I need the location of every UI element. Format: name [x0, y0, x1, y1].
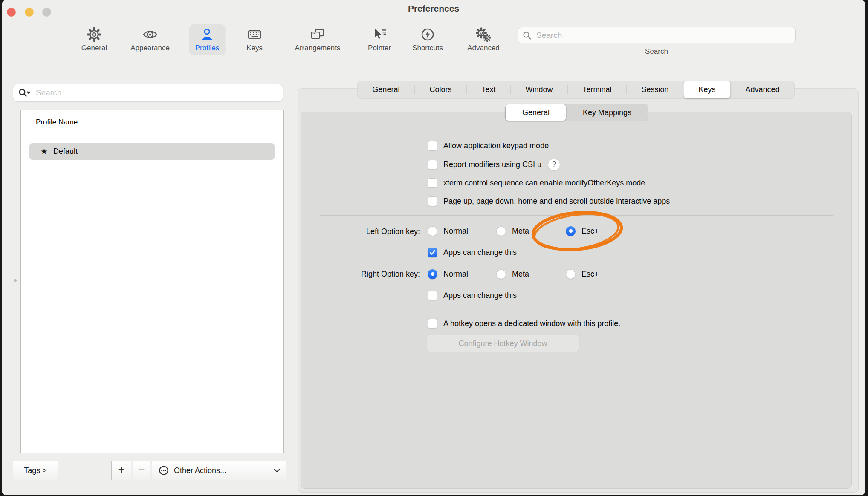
- checkbox-label: xterm control sequence can enable modify…: [443, 179, 645, 187]
- other-actions-dropdown[interactable]: Other Actions...: [152, 461, 286, 480]
- dot-artifact: [14, 279, 17, 282]
- checkbox-row: xterm control sequence can enable modify…: [428, 176, 645, 189]
- tab-text[interactable]: Text: [466, 81, 510, 98]
- add-profile-button[interactable]: +: [111, 461, 131, 480]
- other-actions-label: Other Actions...: [174, 466, 226, 475]
- checkbox-label: Apps can change this: [443, 291, 517, 300]
- subtab-general[interactable]: General: [506, 104, 566, 121]
- help-button[interactable]: ?: [548, 159, 560, 170]
- tab-terminal[interactable]: Terminal: [567, 81, 626, 98]
- left-option-meta-radio[interactable]: [496, 226, 506, 236]
- checkbox-label: Apps can change this: [443, 248, 517, 257]
- profile-tab-bar: General Colors Text Window Terminal Sess…: [357, 81, 794, 98]
- radio-label: Meta: [512, 227, 529, 236]
- checkbox-row: Page up, page down, home and end scroll …: [428, 195, 670, 208]
- left-option-radio-group: Normal Meta Esc+: [428, 225, 599, 237]
- radio-label: Normal: [443, 227, 468, 236]
- person-icon: [200, 27, 215, 42]
- toolbar-label: General: [81, 44, 107, 52]
- profile-search-field[interactable]: [13, 84, 283, 102]
- section-divider: [320, 215, 833, 216]
- profile-search-input[interactable]: [35, 88, 278, 98]
- toolbar-item-advanced[interactable]: Advanced: [461, 24, 506, 55]
- right-option-radio-group: Normal Meta Esc+: [428, 268, 599, 280]
- left-option-normal-radio[interactable]: [428, 226, 437, 236]
- bolt-icon: [420, 27, 435, 42]
- page-scroll-checkbox[interactable]: [428, 196, 437, 206]
- right-option-normal-radio[interactable]: [428, 269, 437, 279]
- checkbox-label: Report modifiers using CSI u: [443, 160, 541, 169]
- toolbar-label: Pointer: [368, 44, 391, 52]
- toolbar-item-arrangements[interactable]: Arrangements: [289, 24, 347, 55]
- profile-list: Profile Name ★ Default: [20, 110, 284, 453]
- star-icon: ★: [41, 147, 48, 156]
- tab-general[interactable]: General: [357, 81, 414, 98]
- gear-icon: [87, 27, 102, 42]
- toolbar-item-general[interactable]: General: [75, 24, 113, 55]
- right-option-key-label: Right Option key:: [320, 268, 420, 280]
- section-divider: [320, 308, 833, 308]
- search-icon: [522, 31, 532, 40]
- keyboard-icon: [247, 27, 262, 42]
- profile-name: Default: [53, 147, 78, 156]
- cursor-icon: [372, 27, 387, 42]
- keypad-mode-checkbox[interactable]: [428, 141, 437, 151]
- toolbar-divider: [2, 66, 865, 66]
- windows-icon: [310, 27, 325, 42]
- radio-label: Meta: [512, 270, 529, 279]
- tab-colors[interactable]: Colors: [414, 81, 466, 98]
- toolbar-label: Arrangements: [295, 44, 341, 52]
- right-apps-can-change-checkbox[interactable]: [428, 291, 437, 300]
- toolbar-label: Shortcuts: [412, 44, 443, 52]
- checkbox-row: Report modifiers using CSI u ?: [428, 158, 560, 171]
- tab-session[interactable]: Session: [627, 81, 684, 98]
- tab-advanced[interactable]: Advanced: [731, 81, 795, 98]
- tab-window[interactable]: Window: [510, 81, 567, 98]
- eye-icon: [142, 27, 158, 42]
- toolbar-item-keys[interactable]: Keys: [240, 24, 269, 55]
- preferences-window: Preferences General: [2, 0, 865, 495]
- toolbar-item-appearance[interactable]: Appearance: [124, 24, 176, 55]
- tags-button[interactable]: Tags >: [13, 461, 58, 480]
- modify-other-keys-checkbox[interactable]: [428, 178, 437, 188]
- screenshot-stage: Preferences General: [0, 0, 868, 496]
- hotkey-window-checkbox[interactable]: [428, 319, 437, 329]
- radio-label: Normal: [443, 270, 468, 279]
- checkbox-label: Allow application keypad mode: [443, 141, 549, 150]
- left-option-esc-radio[interactable]: [566, 226, 576, 236]
- checkbox-row: A hotkey opens a dedicated window with t…: [428, 317, 620, 330]
- toolbar-search-caption: Search: [518, 47, 796, 56]
- search-scope-icon: [18, 88, 31, 98]
- chevron-down-icon: [274, 469, 280, 473]
- toolbar-item-pointer[interactable]: Pointer: [362, 24, 397, 55]
- right-option-meta-radio[interactable]: [496, 269, 506, 279]
- checkbox-row: Apps can change this: [428, 246, 517, 259]
- checkbox-label: Page up, page down, home and end scroll …: [443, 197, 670, 206]
- left-apps-can-change-checkbox[interactable]: [428, 248, 437, 257]
- profile-list-header: Profile Name: [21, 110, 283, 134]
- radio-label: Esc+: [582, 270, 599, 279]
- toolbar-search-field[interactable]: [518, 27, 796, 43]
- gears-icon: [476, 27, 491, 42]
- left-option-key-label: Left Option key:: [320, 225, 420, 238]
- checkbox-row: Allow application keypad mode: [428, 139, 549, 152]
- radio-label: Esc+: [582, 227, 599, 236]
- toolbar-label: Appearance: [130, 44, 170, 52]
- right-option-esc-radio[interactable]: [566, 269, 576, 279]
- toolbar-item-shortcuts[interactable]: Shortcuts: [406, 24, 449, 55]
- ellipsis-circle-icon: [158, 465, 169, 476]
- toolbar-label: Advanced: [467, 44, 500, 52]
- keys-subtab-bar: General Key Mappings: [506, 104, 648, 121]
- toolbar-item-profiles[interactable]: Profiles: [189, 24, 226, 55]
- remove-profile-button[interactable]: −: [133, 461, 150, 480]
- keys-general-panel: [301, 112, 852, 489]
- csi-u-checkbox[interactable]: [428, 160, 437, 170]
- profile-row-default[interactable]: ★ Default: [29, 143, 275, 160]
- checkbox-row: Apps can change this: [428, 289, 517, 302]
- toolbar-label: Profiles: [195, 44, 220, 52]
- toolbar-search-input[interactable]: [535, 30, 791, 40]
- window-title: Preferences: [2, 3, 865, 14]
- checkbox-label: A hotkey opens a dedicated window with t…: [443, 319, 620, 328]
- tab-keys[interactable]: Keys: [684, 81, 731, 98]
- subtab-key-mappings[interactable]: Key Mappings: [566, 104, 648, 121]
